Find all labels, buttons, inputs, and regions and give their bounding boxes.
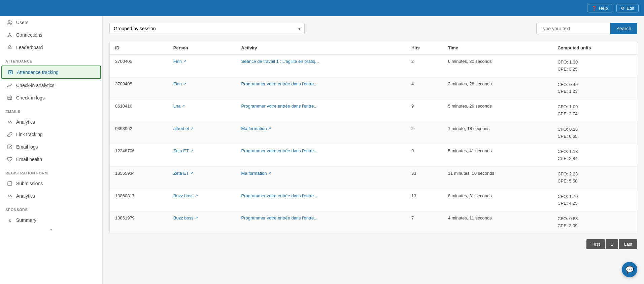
activity-link[interactable]: Ma formation ↗ bbox=[241, 171, 401, 176]
sidebar-item-email-analytics-label: Analytics bbox=[16, 119, 35, 125]
cell-id: 13861979 bbox=[110, 211, 168, 234]
activity-link[interactable]: Programmer votre entrée dans l'entre... bbox=[241, 193, 401, 198]
svg-line-6 bbox=[10, 35, 11, 36]
table-row: 13861979 Buzz boss ↗ Programmer votre en… bbox=[110, 211, 637, 234]
activity-link[interactable]: Programmer votre entrée dans l'entre... bbox=[241, 148, 401, 153]
cell-hits: 9 bbox=[406, 99, 443, 122]
external-link-icon: ↗ bbox=[182, 104, 185, 108]
sidebar-item-submissions[interactable]: Submissions bbox=[1, 177, 101, 190]
search-button[interactable]: Search bbox=[610, 23, 637, 34]
activity-link[interactable]: Ma formation ↗ bbox=[241, 126, 401, 131]
cell-hits: 2 bbox=[406, 122, 443, 144]
attendance-table-container: ID Person Activity Hits Time Computed un… bbox=[109, 41, 637, 234]
main-content: Grouped by session Search ID Person Acti… bbox=[103, 16, 644, 284]
table-row: 13565934 Zeta ET ↗ Ma formation ↗ 33 11 … bbox=[110, 166, 637, 189]
activity-link[interactable]: Séance de travail 1 : L'agilité en prati… bbox=[241, 59, 401, 64]
chat-bubble[interactable]: 💬 bbox=[622, 262, 637, 277]
svg-line-5 bbox=[8, 35, 10, 36]
sidebar-item-email-health[interactable]: Email health bbox=[1, 153, 101, 165]
activity-link[interactable]: Programmer votre entrée dans l'entre... bbox=[241, 104, 401, 109]
svg-point-3 bbox=[11, 36, 12, 37]
pagination-first-button[interactable]: First bbox=[586, 239, 605, 249]
cell-person: Zeta ET ↗ bbox=[168, 144, 236, 167]
svg-rect-11 bbox=[8, 182, 12, 186]
activity-link[interactable]: Programmer votre entrée dans l'entre... bbox=[241, 215, 401, 220]
analytics-icon bbox=[7, 119, 13, 125]
sidebar-item-checkin-logs-label: Check-in logs bbox=[16, 95, 45, 100]
sidebar-item-leaderboard[interactable]: Leaderboard bbox=[1, 41, 101, 53]
activity-link[interactable]: Programmer votre entrée dans l'entre... bbox=[241, 81, 401, 86]
person-link[interactable]: Lna ↗ bbox=[173, 104, 231, 109]
email-logs-icon bbox=[7, 144, 13, 150]
sponsors-section-label: SPONSORS bbox=[0, 202, 102, 214]
scroll-indicator: ▼ bbox=[0, 227, 102, 233]
col-activity: Activity bbox=[236, 41, 406, 55]
edit-button[interactable]: ⚙ Edit bbox=[616, 4, 639, 12]
sidebar-item-link-tracking-label: Link tracking bbox=[16, 132, 43, 137]
sidebar-item-attendance-tracking[interactable]: Attendance tracking bbox=[1, 66, 101, 79]
table-row: 8610416 Lna ↗ Programmer votre entrée da… bbox=[110, 99, 637, 122]
person-link[interactable]: Zeta ET ↗ bbox=[173, 148, 231, 153]
sidebar-item-email-analytics[interactable]: Analytics bbox=[1, 116, 101, 128]
cell-activity: Programmer votre entrée dans l'entre... bbox=[236, 144, 406, 167]
table-row: 13860817 Buzz boss ↗ Programmer votre en… bbox=[110, 189, 637, 211]
person-link[interactable]: Buzz boss ↗ bbox=[173, 193, 231, 198]
attendance-icon bbox=[7, 69, 13, 75]
sidebar-item-checkin-logs[interactable]: Check-in logs bbox=[1, 92, 101, 104]
cell-time: 8 minutes, 31 seconds bbox=[443, 189, 552, 211]
sidebar-item-summary[interactable]: € Summary bbox=[1, 214, 101, 226]
help-button[interactable]: ❓ Help bbox=[587, 4, 612, 12]
cell-id: 3700405 bbox=[110, 77, 168, 99]
pagination: First 1 Last bbox=[109, 239, 637, 249]
cell-time: 5 minutes, 29 seconds bbox=[443, 99, 552, 122]
checkin-logs-icon bbox=[7, 95, 13, 101]
cell-time: 4 minutes, 11 seconds bbox=[443, 211, 552, 234]
pagination-last-button[interactable]: Last bbox=[619, 239, 637, 249]
sidebar-item-submissions-label: Submissions bbox=[16, 181, 43, 186]
col-id: ID bbox=[110, 41, 168, 55]
group-by-select[interactable]: Grouped by session bbox=[109, 23, 305, 34]
sidebar-item-email-logs[interactable]: Email logs bbox=[1, 141, 101, 153]
cell-computed-units: CFO: 1.13CPE: 2.84 bbox=[552, 144, 637, 167]
layout: Users Connections Leaderboard ATTENDANCE… bbox=[0, 16, 644, 284]
sidebar-item-summary-label: Summary bbox=[16, 217, 36, 223]
external-link-icon: ↗ bbox=[191, 126, 194, 131]
reg-analytics-icon bbox=[7, 193, 13, 199]
sidebar-item-users-label: Users bbox=[16, 20, 29, 25]
cell-activity: Programmer votre entrée dans l'entre... bbox=[236, 189, 406, 211]
chat-icon: 💬 bbox=[625, 266, 634, 274]
person-link[interactable]: Buzz boss ↗ bbox=[173, 215, 231, 220]
external-link-icon: ↗ bbox=[190, 149, 193, 153]
cell-activity: Programmer votre entrée dans l'entre... bbox=[236, 77, 406, 99]
person-link[interactable]: Finn ↗ bbox=[173, 81, 231, 86]
sidebar-item-checkin-analytics-label: Check-in analytics bbox=[16, 83, 55, 88]
person-link[interactable]: Zeta ET ↗ bbox=[173, 171, 231, 176]
search-area: Search bbox=[536, 23, 637, 34]
person-link[interactable]: Finn ↗ bbox=[173, 59, 231, 64]
sidebar-item-checkin-analytics[interactable]: Check-in analytics bbox=[1, 79, 101, 91]
external-link-icon: ↗ bbox=[183, 59, 186, 64]
cell-id: 13860817 bbox=[110, 189, 168, 211]
cell-time: 5 minutes, 41 seconds bbox=[443, 144, 552, 167]
emails-section-label: EMAILS bbox=[0, 104, 102, 116]
users-icon bbox=[7, 19, 13, 26]
sidebar-item-users[interactable]: Users bbox=[1, 16, 101, 29]
cell-computed-units: CFO: 1.30CPE: 3.25 bbox=[552, 55, 637, 77]
sidebar-item-link-tracking[interactable]: Link tracking bbox=[1, 128, 101, 140]
cell-activity: Ma formation ↗ bbox=[236, 166, 406, 189]
sidebar-item-leaderboard-label: Leaderboard bbox=[16, 45, 43, 50]
sidebar-item-connections[interactable]: Connections bbox=[1, 29, 101, 41]
search-input[interactable] bbox=[536, 23, 610, 34]
sidebar-item-reg-analytics[interactable]: Analytics bbox=[1, 190, 101, 202]
external-link-icon: ↗ bbox=[268, 171, 271, 175]
external-link-icon: ↗ bbox=[195, 194, 198, 198]
cell-hits: 33 bbox=[406, 166, 443, 189]
cell-hits: 2 bbox=[406, 55, 443, 77]
col-computed-units: Computed units bbox=[552, 41, 637, 55]
cell-hits: 4 bbox=[406, 77, 443, 99]
leaderboard-icon bbox=[7, 44, 13, 50]
cell-hits: 13 bbox=[406, 189, 443, 211]
pagination-page-1-button[interactable]: 1 bbox=[606, 239, 618, 249]
person-link[interactable]: alfred et ↗ bbox=[173, 126, 231, 131]
cell-time: 2 minutes, 28 seconds bbox=[443, 77, 552, 99]
